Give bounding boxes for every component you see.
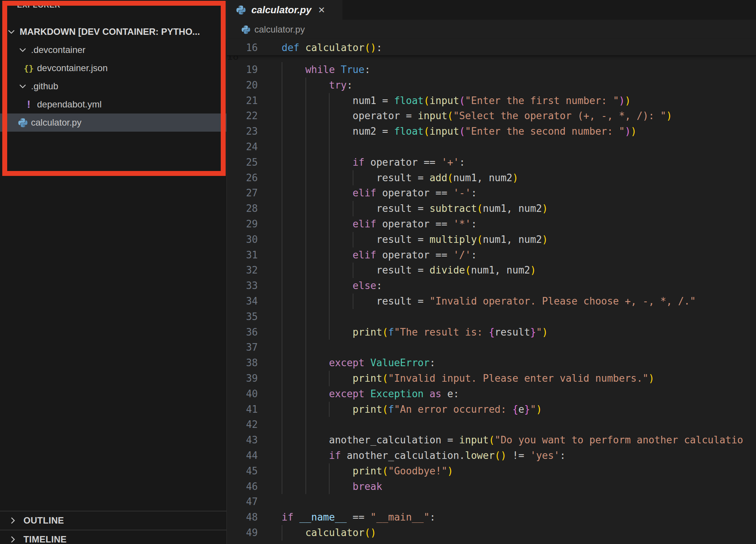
code-line-28[interactable]: 28 result = subtract(num1, num2) bbox=[227, 201, 756, 216]
line-number: 46 bbox=[227, 479, 265, 494]
line-number: 19 bbox=[227, 62, 265, 78]
tree-item-label: calculator.py bbox=[31, 117, 81, 128]
code-line-40[interactable]: 40 except Exception as e: bbox=[227, 386, 756, 402]
line-number: 24 bbox=[227, 139, 265, 155]
tree-item-file-calculator-py[interactable]: calculator.py bbox=[0, 113, 226, 132]
tree-item-label: devcontainer.json bbox=[37, 63, 108, 73]
code-line-44[interactable]: 44 if another_calculation.lower() != 'ye… bbox=[227, 448, 756, 463]
code-line-25[interactable]: 25 if operator == '+': bbox=[227, 155, 756, 170]
code-line-33[interactable]: 33 else: bbox=[227, 278, 756, 294]
code-line-49[interactable]: 49 calculator() bbox=[227, 525, 756, 541]
code-line-34[interactable]: 34 result = "Invalid operator. Please ch… bbox=[227, 294, 756, 309]
tree-item-folder-github[interactable]: .github bbox=[0, 77, 226, 95]
tab-calculator-py[interactable]: calculator.py × bbox=[227, 0, 342, 20]
line-content: except ValueError: bbox=[265, 355, 756, 371]
tree-item-label: .devcontainer bbox=[31, 45, 85, 55]
tree-item-root-markdown[interactable]: MARKDOWN [DEV CONTAINER: PYTHO... bbox=[0, 23, 226, 41]
line-number: 32 bbox=[227, 263, 265, 278]
code-line-37[interactable]: 37 bbox=[227, 340, 756, 355]
breadcrumb-item[interactable]: calculator.py bbox=[254, 24, 305, 35]
sticky-line-code: def calculator(): bbox=[265, 39, 756, 55]
code-line-42[interactable]: 42 bbox=[227, 417, 756, 432]
code-line-24[interactable]: 24 bbox=[227, 139, 756, 155]
explorer-title: EXPLORER bbox=[17, 1, 60, 9]
code-line-36[interactable]: 36 print(f"The result is: {result}") bbox=[227, 325, 756, 340]
line-content: while True: bbox=[265, 62, 756, 78]
line-number: 35 bbox=[227, 309, 265, 325]
outline-section-header[interactable]: OUTLINE bbox=[0, 511, 226, 530]
code-line-41[interactable]: 41 print(f"An error occurred: {e}") bbox=[227, 402, 756, 417]
sticky-line-number: 16 bbox=[227, 39, 265, 55]
line-content: except Exception as e: bbox=[265, 386, 756, 402]
outline-label: OUTLINE bbox=[23, 515, 64, 526]
json-file-icon: {} bbox=[23, 64, 35, 73]
code-line-29[interactable]: 29 elif operator == '*': bbox=[227, 216, 756, 232]
line-number: 40 bbox=[227, 386, 265, 402]
line-number: 39 bbox=[227, 371, 265, 386]
code-line-43[interactable]: 43 another_calculation = input("Do you w… bbox=[227, 432, 756, 448]
line-number: 47 bbox=[227, 494, 265, 510]
file-tree: MARKDOWN [DEV CONTAINER: PYTHO....devcon… bbox=[0, 23, 226, 132]
python-icon bbox=[236, 5, 246, 15]
code-line-32[interactable]: 32 result = divide(num1, num2) bbox=[227, 263, 756, 278]
code-line-27[interactable]: 27 elif operator == '-': bbox=[227, 185, 756, 201]
line-number: 48 bbox=[227, 510, 265, 525]
line-content: num2 = float(input("Enter the second num… bbox=[265, 124, 756, 139]
line-number: 41 bbox=[227, 402, 265, 417]
line-content bbox=[265, 541, 756, 544]
line-number: 38 bbox=[227, 355, 265, 371]
explorer-sidebar: EXPLORER ··· MARKDOWN [DEV CONTAINER: PY… bbox=[0, 0, 227, 544]
line-content: elif operator == '*': bbox=[265, 216, 756, 232]
code-line-21[interactable]: 21 num1 = float(input("Enter the first n… bbox=[227, 93, 756, 109]
tab-label: calculator.py bbox=[251, 4, 311, 16]
more-actions-icon[interactable]: ··· bbox=[197, 0, 211, 10]
line-content bbox=[265, 309, 756, 325]
editor-area: calculator.py × calculator.py 16 def cal… bbox=[227, 0, 756, 544]
chevron-down-icon bbox=[5, 27, 17, 36]
line-content: result = multiply(num1, num2) bbox=[265, 232, 756, 247]
code-line-20[interactable]: 20 try: bbox=[227, 78, 756, 93]
code-line-38[interactable]: 38 except ValueError: bbox=[227, 355, 756, 371]
line-number: 37 bbox=[227, 340, 265, 355]
tree-item-file-devcontainer-json[interactable]: {}devcontainer.json bbox=[0, 59, 226, 77]
code-line-23[interactable]: 23 num2 = float(input("Enter the second … bbox=[227, 124, 756, 139]
close-icon[interactable]: × bbox=[318, 4, 325, 16]
line-content: try: bbox=[265, 78, 756, 93]
code-line-19[interactable]: 19 while True: bbox=[227, 62, 756, 78]
line-content bbox=[265, 417, 756, 432]
code-line-50[interactable]: 50 bbox=[227, 541, 756, 544]
line-number: 43 bbox=[227, 432, 265, 448]
line-content: result = "Invalid operator. Please choos… bbox=[265, 294, 756, 309]
code-line-46[interactable]: 46 break bbox=[227, 479, 756, 494]
explorer-header: EXPLORER ··· bbox=[0, 0, 226, 14]
tree-item-file-dependabot-yml[interactable]: !dependabot.yml bbox=[0, 95, 226, 113]
line-number: 45 bbox=[227, 463, 265, 479]
line-content: print("Invalid input. Please enter valid… bbox=[265, 371, 756, 386]
code-line-35[interactable]: 35 bbox=[227, 309, 756, 325]
yaml-file-icon: ! bbox=[23, 99, 35, 110]
code-line-39[interactable]: 39 print("Invalid input. Please enter va… bbox=[227, 371, 756, 386]
python-icon bbox=[17, 118, 29, 128]
line-number: 50 bbox=[227, 541, 265, 544]
code-line-30[interactable]: 30 result = multiply(num1, num2) bbox=[227, 232, 756, 247]
code-line-31[interactable]: 31 elif operator == '/': bbox=[227, 247, 756, 263]
line-content: another_calculation = input("Do you want… bbox=[265, 432, 756, 448]
code-area[interactable]: 19 while True:20 try:21 num1 = float(inp… bbox=[227, 62, 756, 544]
code-line-45[interactable]: 45 print("Goodbye!") bbox=[227, 463, 756, 479]
tree-item-label: MARKDOWN [DEV CONTAINER: PYTHO... bbox=[20, 26, 200, 37]
timeline-section-header[interactable]: TIMELINE bbox=[0, 530, 226, 544]
line-number: 28 bbox=[227, 201, 265, 216]
code-line-26[interactable]: 26 result = add(num1, num2) bbox=[227, 170, 756, 186]
line-content: if operator == '+': bbox=[265, 155, 756, 170]
sticky-scroll-line[interactable]: 16 def calculator(): bbox=[227, 39, 756, 56]
code-line-22[interactable]: 22 operator = input("Select the operator… bbox=[227, 108, 756, 124]
line-content: print("Goodbye!") bbox=[265, 463, 756, 479]
code-line-48[interactable]: 48if __name__ == "__main__": bbox=[227, 510, 756, 525]
line-content: if __name__ == "__main__": bbox=[265, 510, 756, 525]
code-line-47[interactable]: 47 bbox=[227, 494, 756, 510]
line-content: break bbox=[265, 479, 756, 494]
line-number: 26 bbox=[227, 170, 265, 186]
tree-item-folder-devcontainer[interactable]: .devcontainer bbox=[0, 41, 226, 59]
line-number: 29 bbox=[227, 216, 265, 232]
line-content: print(f"The result is: {result}") bbox=[265, 325, 756, 340]
